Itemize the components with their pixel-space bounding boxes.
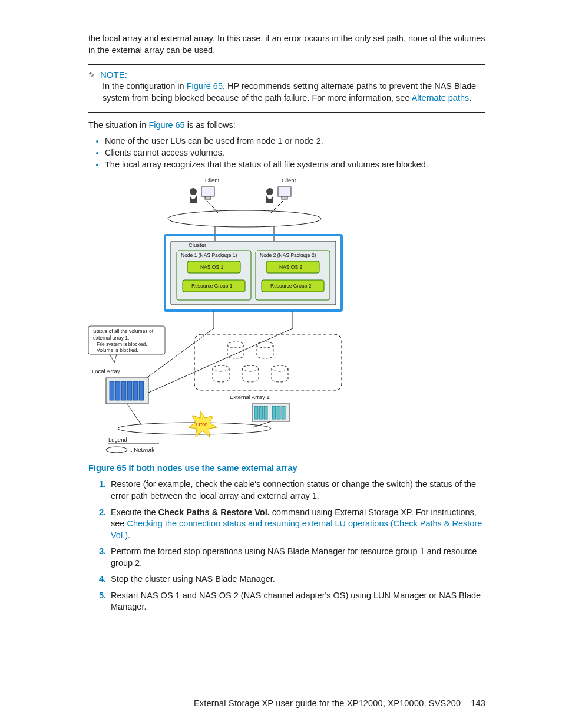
situation-after: is as follows:: [185, 120, 236, 130]
diag-node1-label: Node 1 (NAS Package 1): [181, 252, 237, 258]
diag-node2-label: Node 2 (NAS Package 2): [260, 252, 316, 258]
intro-paragraph: the local array and external array. In t…: [88, 33, 485, 56]
bullet-1: None of the user LUs can be used from no…: [105, 136, 485, 146]
diag-ext-array-icon: [252, 404, 290, 421]
bullet-2: Clients cannot access volumes.: [105, 148, 485, 157]
svg-point-51: [106, 447, 127, 453]
svg-rect-2: [205, 196, 211, 199]
diag-nasos2-label: NAS OS 2: [279, 264, 302, 270]
step-3: Perform the forced stop operations using…: [108, 546, 485, 569]
note-body: In the configuration in Figure 65, HP re…: [103, 81, 485, 104]
rule-bottom: [88, 112, 485, 113]
svg-rect-33: [110, 381, 114, 400]
svg-point-3: [266, 188, 273, 195]
svg-rect-38: [139, 381, 144, 400]
diag-callout-l3: File system is blocked.: [97, 341, 147, 347]
note-link-alternate-paths[interactable]: Alternate paths: [412, 93, 470, 103]
svg-rect-37: [133, 381, 138, 400]
step-2-a: Execute the: [111, 508, 158, 517]
step-2: Execute the Check Paths & Restore Vol. c…: [108, 507, 485, 542]
svg-point-26: [257, 342, 273, 348]
bullet-3: The local array recognizes that the stat…: [105, 160, 485, 169]
svg-rect-5: [282, 196, 287, 199]
svg-rect-35: [121, 381, 126, 400]
diag-localarray-label: Local Array: [92, 368, 120, 374]
step-1: Restore (for example, check the cable's …: [108, 479, 485, 502]
svg-marker-31: [110, 354, 117, 363]
footer-title: External Storage XP user guide for the X…: [194, 699, 461, 708]
diag-client2-label: Client: [282, 177, 296, 183]
situation-before: The situation in: [88, 120, 148, 130]
svg-rect-36: [127, 381, 132, 400]
svg-line-47: [127, 404, 141, 425]
note-text-1: In the configuration in: [103, 81, 187, 91]
svg-rect-42: [264, 406, 267, 419]
diag-cluster-label: Cluster: [189, 242, 206, 248]
diag-local-array-icon: [106, 378, 148, 404]
svg-point-8: [168, 210, 321, 227]
step-2-c: .: [128, 531, 130, 540]
note-icon: ✎: [88, 70, 95, 80]
svg-rect-40: [254, 406, 258, 419]
diag-rg1-label: Resource Group 1: [191, 283, 233, 289]
svg-rect-4: [278, 187, 291, 196]
diag-extarray-label: External Array 1: [230, 394, 270, 400]
svg-rect-34: [115, 381, 120, 400]
note-link-figure65[interactable]: Figure 65: [187, 81, 223, 91]
svg-point-27: [213, 365, 229, 371]
svg-point-25: [227, 342, 244, 348]
svg-rect-45: [282, 406, 285, 419]
page-footer: External Storage XP user guide for the X…: [194, 699, 485, 708]
rule-top: [88, 64, 485, 65]
situation-line: The situation in Figure 65 is as follows…: [88, 120, 485, 131]
diag-client1-label: Client: [205, 177, 220, 183]
svg-rect-44: [277, 406, 280, 419]
footer-page: 143: [471, 699, 485, 708]
note-text-3: .: [469, 93, 471, 103]
diag-callout-l2: external array 1:: [93, 335, 129, 341]
step-5: Restart NAS OS 1 and NAS OS 2 (NAS chann…: [108, 590, 485, 613]
situation-link-figure65[interactable]: Figure 65: [148, 120, 184, 130]
svg-point-28: [242, 365, 259, 371]
diag-legend-label: Legend: [108, 436, 127, 443]
svg-rect-43: [272, 406, 276, 419]
diag-nasos1-label: NAS OS 1: [200, 264, 223, 270]
figure-65-diagram: Client Client Cluster: [88, 175, 389, 458]
diag-callout-l1: Status of all the volumes of: [93, 328, 154, 334]
svg-rect-1: [201, 187, 214, 196]
step-2-link[interactable]: Checking the connection status and resum…: [111, 519, 482, 540]
figure-caption: Figure 65 If both nodes use the same ext…: [88, 463, 485, 475]
diag-rg2-label: Resource Group 2: [270, 283, 312, 289]
svg-point-0: [190, 188, 197, 195]
note-label: NOTE:: [100, 70, 127, 80]
svg-line-48: [253, 421, 271, 427]
diag-error-label: Error: [196, 421, 207, 427]
steps-list: Restore (for example, check the cable's …: [88, 479, 485, 613]
bullet-list: None of the user LUs can be used from no…: [88, 136, 485, 169]
diag-callout-l4: Volume is blocked.: [97, 347, 138, 353]
svg-line-23: [147, 328, 293, 393]
step-4: Stop the cluster using NAS Blade Manager…: [108, 574, 485, 585]
svg-point-29: [272, 365, 288, 371]
diag-legend-net: : Network: [131, 446, 154, 453]
svg-rect-41: [259, 406, 263, 419]
step-2-bold: Check Paths & Restore Vol.: [158, 508, 270, 517]
